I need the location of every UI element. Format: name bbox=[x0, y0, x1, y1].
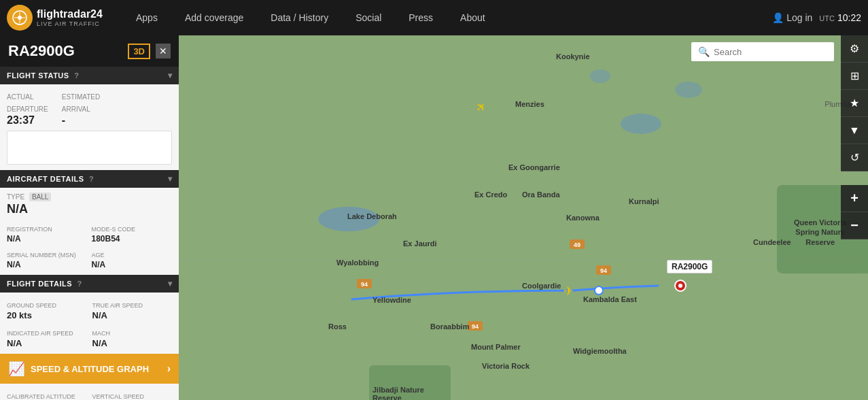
nav-add-coverage[interactable]: Add coverage bbox=[171, 0, 257, 35]
nav-apps[interactable]: Apps bbox=[122, 0, 171, 35]
sidebar-panel: RA2900G 3D ✕ FLIGHT STATUS ? ▾ ACTUALDEP… bbox=[0, 35, 179, 400]
nav-links: Apps Add coverage Data / History Social … bbox=[122, 0, 772, 35]
nav-about[interactable]: About bbox=[447, 0, 499, 35]
login-button[interactable]: 👤 Log in bbox=[772, 12, 812, 23]
aircraft-details-chevron: ▾ bbox=[168, 174, 173, 184]
flight-label: RA2900G bbox=[667, 260, 712, 273]
flight-details-header[interactable]: FLIGHT DETAILS ? ▾ bbox=[0, 275, 179, 293]
svg-point-6 bbox=[590, 69, 610, 83]
svg-point-3 bbox=[318, 207, 379, 231]
ground-speed-item: GROUND SPEED 20 kts bbox=[7, 298, 87, 320]
nav-data-history[interactable]: Data / History bbox=[257, 0, 342, 35]
mach-item: MACH N/A bbox=[92, 326, 173, 348]
flight-header-actions: 3D ✕ bbox=[128, 44, 171, 59]
svg-point-4 bbox=[621, 114, 661, 134]
grid-button[interactable]: ⊞ bbox=[841, 63, 868, 90]
modes-item: MODE-S CODE 180B54 bbox=[92, 222, 173, 244]
true-air-speed-item: TRUE AIR SPEED N/A bbox=[92, 298, 173, 320]
indicated-air-speed-item: INDICATED AIR SPEED N/A bbox=[7, 326, 87, 348]
registration-item: REGISTRATION N/A bbox=[7, 222, 88, 244]
svg-text:94: 94 bbox=[361, 281, 368, 288]
vertical-speed-item: VERTICAL SPEED 🔒 bbox=[92, 389, 173, 400]
flight-status-help[interactable]: ? bbox=[74, 71, 79, 80]
svg-text:94: 94 bbox=[600, 267, 607, 274]
star-button[interactable]: ★ bbox=[841, 90, 868, 117]
svg-point-5 bbox=[675, 82, 702, 98]
actual-departure: ACTUALDEPARTURE 23:37 bbox=[7, 90, 48, 127]
graph-icon: 📈 bbox=[8, 361, 25, 377]
flight-details-chevron: ▾ bbox=[168, 279, 173, 288]
altitude-section: CALIBRATED ALTITUDE 22,125 ft VERTICAL S… bbox=[0, 384, 179, 400]
nav-right: 👤 Log in UTC10:22 bbox=[772, 12, 868, 23]
filter-button[interactable]: ▼ bbox=[841, 117, 868, 144]
estimated-arrival: ESTIMATEDARRIVAL - bbox=[62, 90, 100, 127]
search-input[interactable] bbox=[714, 47, 827, 57]
svg-text:94: 94 bbox=[472, 323, 479, 330]
nav-press[interactable]: Press bbox=[395, 0, 447, 35]
airport-box bbox=[7, 131, 172, 165]
logo-icon bbox=[7, 5, 33, 31]
svg-point-21 bbox=[595, 286, 603, 295]
svg-point-1 bbox=[18, 16, 22, 20]
flight-details-help[interactable]: ? bbox=[77, 280, 82, 288]
svg-rect-8 bbox=[369, 365, 451, 400]
svg-text:49: 49 bbox=[574, 241, 580, 248]
map-search-bar[interactable]: 🔍 bbox=[691, 42, 834, 61]
flight-details-content: GROUND SPEED 20 kts TRUE AIR SPEED N/A I… bbox=[0, 293, 179, 354]
top-navigation: flightradar24 LIVE AIR TRAFFIC Apps Add … bbox=[0, 0, 868, 35]
svg-rect-2 bbox=[179, 35, 868, 400]
age-item: AGE N/A bbox=[92, 248, 173, 269]
aircraft-details-header[interactable]: AIRCRAFT DETAILS ? ▾ bbox=[0, 170, 179, 188]
btn-3d[interactable]: 3D bbox=[128, 44, 150, 59]
flight-status-header[interactable]: FLIGHT STATUS ? ▾ bbox=[0, 67, 179, 84]
settings-button[interactable]: ⚙ bbox=[841, 35, 868, 63]
close-button[interactable]: ✕ bbox=[156, 44, 171, 59]
search-icon: 🔍 bbox=[698, 46, 710, 57]
flight-header: RA2900G 3D ✕ bbox=[0, 35, 179, 67]
plane-2: ✈ bbox=[563, 284, 574, 299]
svg-point-20 bbox=[678, 284, 682, 288]
nav-social[interactable]: Social bbox=[342, 0, 395, 35]
person-icon: 👤 bbox=[772, 12, 784, 23]
aircraft-type-block: TYPE BALL N/A bbox=[7, 193, 51, 216]
serial-item: SERIAL NUMBER (MSN) N/A bbox=[7, 248, 88, 269]
map[interactable]: 49 94 94 94 Kookynie Menzies Ex Goongarr… bbox=[179, 35, 868, 400]
speed-altitude-arrow: › bbox=[167, 363, 171, 375]
zoom-in-button[interactable]: + bbox=[841, 185, 868, 212]
speed-altitude-graph-button[interactable]: 📈 SPEED & ALTITUDE GRAPH › bbox=[0, 354, 179, 384]
calibrated-altitude-item: CALIBRATED ALTITUDE 22,125 ft bbox=[7, 389, 87, 400]
logo-text: flightradar24 LIVE AIR TRAFFIC bbox=[37, 8, 103, 27]
logo[interactable]: flightradar24 LIVE AIR TRAFFIC bbox=[0, 0, 122, 35]
flight-id: RA2900G bbox=[8, 42, 75, 60]
aircraft-details-content: TYPE BALL N/A REGISTRATION N/A MODE-S CO… bbox=[0, 188, 179, 275]
zoom-out-button[interactable]: − bbox=[841, 212, 868, 239]
map-svg: 49 94 94 94 bbox=[179, 35, 868, 400]
map-toolbar: ⚙ ⊞ ★ ▼ ↺ + − bbox=[841, 35, 868, 239]
flight-status-content: ACTUALDEPARTURE 23:37 ESTIMATEDARRIVAL - bbox=[0, 84, 179, 170]
flight-status-chevron: ▾ bbox=[168, 71, 173, 80]
refresh-button[interactable]: ↺ bbox=[841, 144, 868, 171]
aircraft-details-grid: REGISTRATION N/A MODE-S CODE 180B54 SERI… bbox=[7, 222, 172, 269]
utc-time: UTC10:22 bbox=[819, 12, 861, 23]
aircraft-details-help[interactable]: ? bbox=[89, 175, 94, 183]
